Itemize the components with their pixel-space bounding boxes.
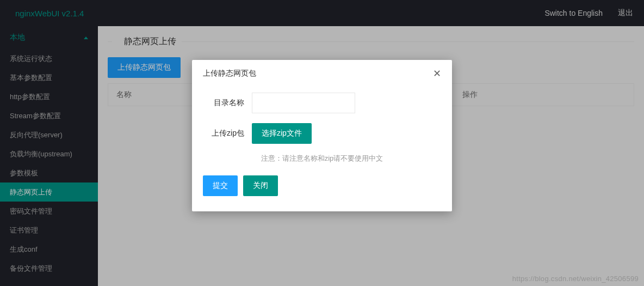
zip-label: 上传zip包 [203,129,252,138]
submit-button[interactable]: 提交 [203,175,238,196]
dir-name-input[interactable] [252,93,355,113]
form-row-zip: 上传zip包 选择zip文件 [203,123,441,144]
choose-zip-button[interactable]: 选择zip文件 [252,123,312,144]
close-icon[interactable]: ✕ [433,68,441,80]
modal-overlay[interactable]: 上传静态网页包 ✕ 目录名称 上传zip包 选择zip文件 注意：请注意名称和z… [0,0,644,286]
modal-note: 注意：请注意名称和zip请不要使用中文 [203,154,441,163]
close-button[interactable]: 关闭 [243,175,278,196]
modal-title: 上传静态网页包 [203,69,256,78]
upload-modal: 上传静态网页包 ✕ 目录名称 上传zip包 选择zip文件 注意：请注意名称和z… [192,60,452,211]
dir-name-label: 目录名称 [203,98,252,108]
modal-header: 上传静态网页包 ✕ [192,60,452,87]
modal-actions: 提交 关闭 [203,175,441,196]
watermark: https://blog.csdn.net/weixin_42506599 [512,275,639,283]
form-row-dir: 目录名称 [203,93,441,113]
